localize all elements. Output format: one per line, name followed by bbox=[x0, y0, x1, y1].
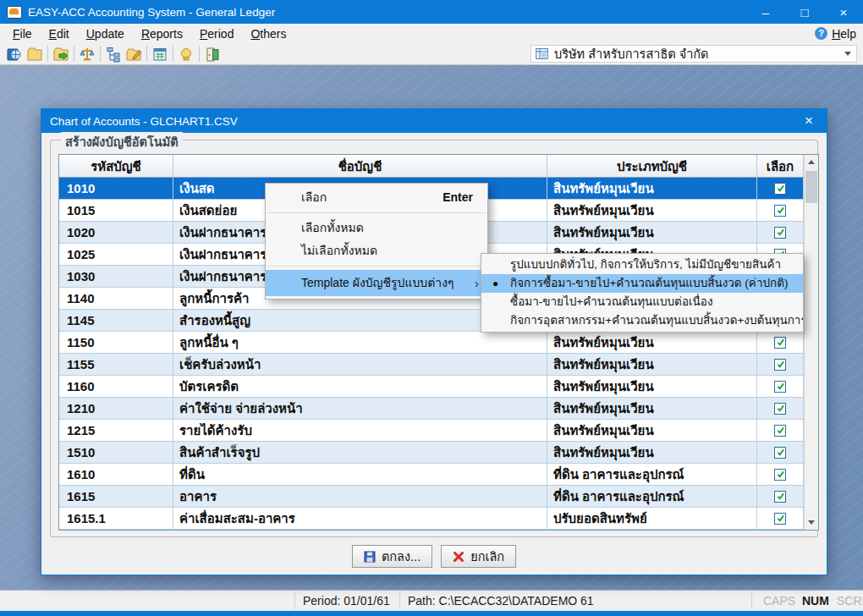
table-row-1615[interactable]: 1615อาคารที่ดิน อาคารและอุปกรณ์ bbox=[59, 486, 804, 508]
cell-select bbox=[757, 332, 804, 354]
cell-account-name: บัตรเครดิต bbox=[173, 376, 547, 398]
close-button[interactable]: × bbox=[824, 0, 863, 24]
menu-item-label: ไม่เลือกทั้งหมด bbox=[301, 244, 377, 257]
menu-item-label: Template ผังบัญชีรูปแบบต่างๆ bbox=[301, 276, 454, 289]
cancel-button[interactable]: ยกเลิก bbox=[441, 545, 516, 568]
status-indicator-caps: CAPS bbox=[763, 591, 795, 611]
scrollbar-thumb[interactable] bbox=[805, 171, 817, 203]
help-label: Help bbox=[832, 27, 856, 41]
row-checkbox[interactable] bbox=[774, 491, 786, 503]
row-checkbox[interactable] bbox=[774, 513, 786, 525]
submenu-item[interactable]: รูปแบบปกติทั่วไป, กิจการให้บริการ, ไม่มี… bbox=[481, 256, 803, 274]
tree-icon[interactable] bbox=[105, 46, 122, 63]
context-menu-item[interactable]: ไม่เลือกทั้งหมด bbox=[266, 239, 487, 262]
cell-select bbox=[757, 222, 804, 244]
menu-period[interactable]: Period bbox=[191, 25, 242, 42]
status-period: Period: 01/01/61 bbox=[303, 591, 390, 611]
row-checkbox[interactable] bbox=[774, 447, 786, 459]
toolbar-separator bbox=[74, 46, 74, 62]
submenu-item[interactable]: กิจการอุตสาหกรรม+คำนวณต้นทุนแบบสิ้นงวด+ง… bbox=[481, 311, 803, 330]
menu-others[interactable]: Others bbox=[242, 25, 294, 42]
row-checkbox[interactable] bbox=[774, 403, 786, 415]
cell-account-code: 1025 bbox=[59, 244, 173, 266]
statusbar-separator bbox=[399, 592, 400, 609]
application-window: EASY-ACC Accounting System - General Led… bbox=[0, 0, 863, 616]
status-bar: Period: 01/01/61 Path: C:\ECACC32\DATADE… bbox=[0, 590, 863, 611]
cell-select bbox=[757, 464, 804, 486]
cell-account-name: ที่ดิน bbox=[173, 464, 547, 486]
triangle-down-icon bbox=[808, 520, 815, 525]
context-menu-item[interactable]: เลือกEnter bbox=[266, 186, 487, 209]
menu-file[interactable]: File bbox=[4, 25, 41, 42]
dialog-titlebar: Chart of Accounts - GLCHART1.CSV × bbox=[41, 109, 827, 133]
row-checkbox[interactable] bbox=[774, 183, 786, 195]
table-row-1615.1[interactable]: 1615.1ค่าเสื่อมสะสม-อาคารปรับยอดสินทรัพย… bbox=[59, 508, 804, 530]
vertical-scrollbar[interactable] bbox=[804, 155, 818, 530]
cell-select bbox=[757, 486, 804, 508]
folder-pencil-icon[interactable] bbox=[125, 46, 142, 63]
column-header-1: รหัสบัญชี bbox=[59, 155, 173, 178]
toolbar-separator bbox=[173, 46, 173, 62]
menu-reports[interactable]: Reports bbox=[133, 25, 191, 42]
toolbar-icons bbox=[4, 46, 223, 63]
menu-help[interactable]: ? Help bbox=[815, 24, 856, 43]
submenu-item-label: ซื้อมา-ขายไป+คำนวณต้นทุนแบบต่อเนื่อง bbox=[510, 295, 713, 308]
cell-select bbox=[757, 178, 804, 200]
column-header-3: ประเภทบัญชี bbox=[547, 155, 757, 178]
scroll-up-button[interactable] bbox=[805, 155, 818, 169]
app-icon bbox=[7, 5, 22, 19]
company-name: บริษัท สำหรับการสาธิต จำกัด bbox=[554, 44, 709, 63]
cell-account-type: สินทรัพย์หมุนเวียน bbox=[547, 398, 757, 420]
triangle-up-icon bbox=[808, 160, 815, 164]
minimize-button[interactable]: – bbox=[746, 0, 785, 24]
table-row-1150[interactable]: 1150ลูกหนี้อื่น ๆสินทรัพย์หมุนเวียน bbox=[59, 332, 804, 354]
book-globe-icon[interactable] bbox=[6, 46, 23, 63]
row-checkbox[interactable] bbox=[774, 359, 786, 371]
menu-edit[interactable]: Edit bbox=[41, 25, 78, 42]
table-row-1160[interactable]: 1160บัตรเครดิตสินทรัพย์หมุนเวียน bbox=[59, 376, 804, 398]
menu-item-label: เลือก bbox=[301, 190, 327, 204]
scales-icon[interactable] bbox=[79, 46, 96, 63]
dialog-close-button[interactable]: × bbox=[791, 109, 827, 133]
maximize-button[interactable]: □ bbox=[785, 0, 824, 24]
window-controls: –□× bbox=[746, 0, 863, 24]
lamp-icon[interactable] bbox=[178, 46, 195, 63]
folder-icon[interactable] bbox=[26, 46, 43, 63]
context-menu-item[interactable]: Template ผังบัญชีรูปแบบต่างๆ› bbox=[266, 270, 487, 296]
row-checkbox[interactable] bbox=[774, 227, 786, 239]
exit-door-icon[interactable] bbox=[204, 46, 221, 63]
cell-select bbox=[757, 398, 804, 420]
submenu-item[interactable]: ●กิจการซื้อมา-ขายไป+คำนวณต้นทุนแบบสิ้นงว… bbox=[481, 274, 803, 293]
submenu-item[interactable]: ซื้อมา-ขายไป+คำนวณต้นทุนแบบต่อเนื่อง bbox=[481, 293, 803, 311]
cell-account-name: ค่าใช้จ่าย จ่ายล่วงหน้า bbox=[173, 398, 547, 420]
scroll-down-button[interactable] bbox=[805, 515, 818, 530]
calendar-icon[interactable] bbox=[151, 46, 168, 63]
chevron-down-icon bbox=[844, 52, 851, 56]
cell-account-name: รายได้ค้างรับ bbox=[173, 420, 547, 442]
cell-account-type: สินทรัพย์หมุนเวียน bbox=[547, 332, 757, 354]
folder-arrow-icon[interactable] bbox=[52, 46, 69, 63]
row-checkbox[interactable] bbox=[774, 337, 786, 349]
ok-button[interactable]: ตกลง... bbox=[352, 545, 432, 568]
save-icon bbox=[364, 551, 376, 563]
row-checkbox[interactable] bbox=[774, 469, 786, 481]
table-row-1510[interactable]: 1510สินค้าสำเร็จรูปสินทรัพย์หมุนเวียน bbox=[59, 442, 804, 464]
toolbar-separator bbox=[100, 46, 101, 62]
row-checkbox[interactable] bbox=[774, 205, 786, 217]
statusbar-separator bbox=[751, 592, 752, 609]
menu-update[interactable]: Update bbox=[78, 25, 133, 42]
context-menu-item[interactable]: เลือกทั้งหมด bbox=[266, 217, 487, 239]
cell-account-name: ค่าเสื่อมสะสม-อาคาร bbox=[173, 508, 547, 530]
row-checkbox[interactable] bbox=[774, 425, 786, 437]
cell-account-name: เช็ครับล่วงหน้า bbox=[173, 354, 547, 376]
window-title: EASY-ACC Accounting System - General Led… bbox=[28, 6, 275, 19]
cell-account-code: 1215 bbox=[59, 420, 173, 442]
table-row-1215[interactable]: 1215รายได้ค้างรับสินทรัพย์หมุนเวียน bbox=[59, 420, 804, 442]
cell-account-type: สินทรัพย์หมุนเวียน bbox=[547, 420, 757, 442]
row-checkbox[interactable] bbox=[774, 381, 786, 393]
table-row-1210[interactable]: 1210ค่าใช้จ่าย จ่ายล่วงหน้าสินทรัพย์หมุน… bbox=[59, 398, 804, 420]
table-row-1155[interactable]: 1155เช็ครับล่วงหน้าสินทรัพย์หมุนเวียน bbox=[59, 354, 804, 376]
company-selector[interactable]: บริษัท สำหรับการสาธิต จำกัด bbox=[530, 45, 857, 63]
table-row-1610[interactable]: 1610ที่ดินที่ดิน อาคารและอุปกรณ์ bbox=[59, 464, 804, 486]
dialog-buttons: ตกลง... ยกเลิก bbox=[41, 545, 827, 568]
